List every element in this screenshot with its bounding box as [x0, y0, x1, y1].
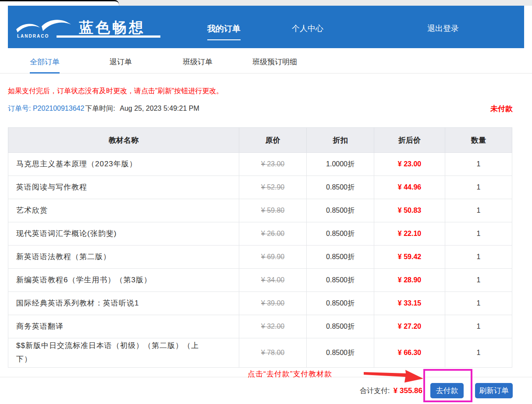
book-name: 现代英语词汇学概论(张韵斐) — [8, 222, 239, 246]
table-row: 马克思主义基本原理（2023年版） ¥ 23.00 1.0000折 ¥ 23.0… — [8, 153, 512, 176]
table-row: 新编英语教程6（学生用书）（第3版） ¥ 34.00 0.8500折 ¥ 28.… — [8, 269, 512, 292]
quantity: 1 — [445, 246, 512, 269]
red-arrow-icon — [363, 369, 424, 383]
header-nav: 我的订单 个人中心 退出登录 — [8, 6, 524, 48]
discount-rate: 0.8500折 — [307, 315, 374, 338]
pay-button[interactable]: 去付款 — [430, 383, 464, 398]
original-price: ¥ 52.90 — [261, 183, 284, 191]
col-header-qty: 数量 — [445, 128, 512, 153]
tab-refund-orders[interactable]: 退订单 — [110, 57, 132, 72]
discount-rate: 0.8500折 — [307, 246, 374, 269]
col-header-original-price: 原价 — [239, 128, 307, 153]
original-price: ¥ 69.90 — [261, 253, 284, 260]
quantity: 1 — [445, 176, 512, 199]
order-no-link[interactable]: P202100913642 — [33, 105, 84, 112]
table-row: 国际经典英语系列教材：英语听说1 ¥ 39.00 0.8500折 ¥ 33.15… — [8, 292, 512, 315]
final-price: ¥ 66.30 — [398, 349, 421, 356]
final-price: ¥ 33.15 — [398, 299, 421, 307]
discount-rate: 0.8500折 — [307, 199, 374, 222]
discount-rate: 0.8500折 — [307, 222, 374, 246]
textbook-table: 教材名称 原价 折扣 折后价 数量 马克思主义基本原理（2023年版） ¥ 23… — [8, 127, 512, 368]
nav-item-profile[interactable]: 个人中心 — [292, 23, 323, 34]
book-name: 商务英语翻译 — [8, 315, 239, 338]
quantity: 1 — [445, 153, 512, 176]
order-status-badge: 未付款 — [490, 104, 513, 114]
table-row: 英语阅读与写作教程 ¥ 52.90 0.8500折 ¥ 44.96 1 — [8, 176, 512, 199]
nav-item-logout[interactable]: 退出登录 — [427, 23, 459, 34]
table-header-row: 教材名称 原价 折扣 折后价 数量 — [8, 128, 512, 153]
final-price: ¥ 59.42 — [398, 253, 421, 260]
book-name: 艺术欣赏 — [8, 199, 239, 222]
order-no-label: 订单号: — [8, 105, 31, 112]
order-tabs: 全部订单 退订单 班级订单 班级预订明细 — [0, 52, 532, 74]
total-label: 合计支付: — [360, 387, 390, 394]
table-row: 商务英语翻译 ¥ 32.00 0.8500折 ¥ 27.20 1 — [8, 315, 512, 338]
table-row: $$新版中日交流标准日本语（初级）（第二版）（上下） ¥ 78.00 0.850… — [8, 338, 512, 368]
total-amount: ¥ 355.86 — [394, 386, 422, 395]
table-row: 新英语语法教程（第二版） ¥ 69.90 0.8500折 ¥ 59.42 1 — [8, 246, 512, 269]
tab-all-orders[interactable]: 全部订单 — [30, 57, 60, 74]
book-name: 新编英语教程6（学生用书）（第3版） — [8, 269, 239, 292]
tab-class-orders[interactable]: 班级订单 — [183, 57, 213, 72]
col-header-final-price: 折后价 — [374, 128, 445, 153]
discount-rate: 0.8500折 — [307, 269, 374, 292]
final-price: ¥ 23.00 — [398, 160, 421, 168]
book-name: 马克思主义基本原理（2023年版） — [8, 153, 239, 176]
table-row: 现代英语词汇学概论(张韵斐) ¥ 26.00 0.8500折 ¥ 22.10 1 — [8, 222, 512, 246]
book-name: 新英语语法教程（第二版） — [8, 246, 239, 269]
original-price: ¥ 23.00 — [261, 160, 284, 168]
order-time-label: 下单时间: — [85, 105, 115, 112]
original-price: ¥ 34.00 — [261, 276, 284, 284]
discount-rate: 0.8500折 — [307, 338, 374, 368]
original-price: ¥ 32.00 — [261, 323, 284, 330]
quantity: 1 — [445, 222, 512, 246]
book-name: 国际经典英语系列教材：英语听说1 — [8, 292, 239, 315]
order-time-value: Aug 25, 2023 5:49:21 PM — [120, 105, 199, 112]
quantity: 1 — [445, 315, 512, 338]
total-line: 合计支付: ¥ 355.86 — [360, 386, 422, 396]
final-price: ¥ 50.83 — [398, 207, 421, 214]
browser-top-strip — [0, 0, 532, 6]
final-price: ¥ 22.10 — [398, 230, 421, 237]
refresh-order-button[interactable]: 刷新订单 — [475, 383, 513, 398]
col-header-name: 教材名称 — [8, 128, 239, 153]
browser-tab-edge — [0, 0, 119, 6]
original-price: ¥ 59.80 — [261, 207, 284, 214]
discount-rate: 0.8500折 — [307, 292, 374, 315]
table-row: 艺术欣赏 ¥ 59.80 0.8500折 ¥ 50.83 1 — [8, 199, 512, 222]
nav-item-my-orders[interactable]: 我的订单 — [207, 23, 241, 40]
quantity: 1 — [445, 199, 512, 222]
final-price: ¥ 44.96 — [398, 183, 421, 191]
col-header-discount: 折扣 — [307, 128, 374, 153]
order-page: LANDRACO 蓝色畅想 我的订单 个人中心 退出登录 全部订单 退订单 班级… — [0, 0, 532, 404]
discount-rate: 0.8500折 — [307, 176, 374, 199]
discount-rate: 1.0000折 — [307, 153, 374, 176]
book-name: 英语阅读与写作教程 — [8, 176, 239, 199]
tab-class-preorder-detail[interactable]: 班级预订明细 — [252, 57, 297, 72]
original-price: ¥ 26.00 — [261, 230, 284, 237]
site-header: LANDRACO 蓝色畅想 我的订单 个人中心 退出登录 — [8, 6, 524, 48]
final-price: ¥ 27.20 — [398, 323, 421, 330]
original-price: ¥ 39.00 — [261, 299, 284, 307]
quantity: 1 — [445, 269, 512, 292]
book-name: $$新版中日交流标准日本语（初级）（第二版）（上下） — [8, 338, 239, 368]
order-info-line: 订单号: P202100913642下单时间: Aug 25, 2023 5:4… — [8, 104, 199, 113]
final-price: ¥ 28.90 — [398, 276, 421, 284]
quantity: 1 — [445, 338, 512, 368]
quantity: 1 — [445, 292, 512, 315]
payment-notice: 如果支付完后，订单状态没有及时更改，请点击"刷新"按钮进行更改。 — [8, 87, 223, 96]
pay-annotation-text: 点击“去付款”支付教材款 — [248, 369, 332, 379]
original-price: ¥ 78.00 — [261, 349, 284, 356]
